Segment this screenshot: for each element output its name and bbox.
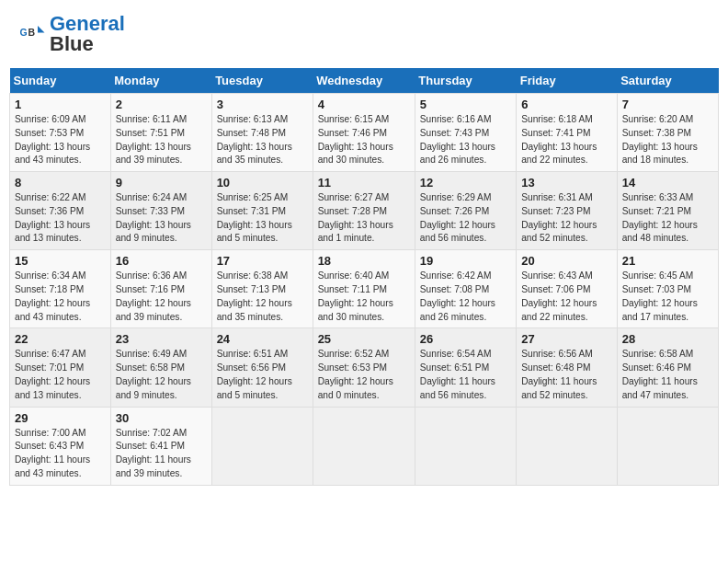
day-info: Sunrise: 6:38 AM Sunset: 7:13 PM Dayligh…	[217, 270, 308, 324]
day-number: 25	[318, 332, 410, 346]
day-info: Sunrise: 6:42 AM Sunset: 7:08 PM Dayligh…	[420, 270, 511, 324]
day-number: 8	[15, 176, 106, 190]
calendar-cell: 28 Sunrise: 6:58 AM Sunset: 6:46 PM Dayl…	[617, 328, 718, 407]
day-info: Sunrise: 6:13 AM Sunset: 7:48 PM Dayligh…	[217, 113, 308, 167]
day-number: 1	[15, 98, 106, 111]
calendar-cell: 4 Sunrise: 6:15 AM Sunset: 7:46 PM Dayli…	[313, 94, 415, 172]
day-info: Sunrise: 6:58 AM Sunset: 6:46 PM Dayligh…	[622, 348, 713, 402]
calendar-week-row: 22 Sunrise: 6:47 AM Sunset: 7:01 PM Dayl…	[10, 328, 719, 407]
calendar-cell	[517, 407, 618, 485]
calendar-cell: 15 Sunrise: 6:34 AM Sunset: 7:18 PM Dayl…	[10, 250, 111, 328]
col-monday: Monday	[110, 68, 211, 94]
calendar-cell: 20 Sunrise: 6:43 AM Sunset: 7:06 PM Dayl…	[517, 250, 618, 328]
day-info: Sunrise: 6:11 AM Sunset: 7:51 PM Dayligh…	[116, 113, 207, 167]
calendar-week-row: 1 Sunrise: 6:09 AM Sunset: 7:53 PM Dayli…	[10, 94, 719, 172]
day-info: Sunrise: 6:20 AM Sunset: 7:38 PM Dayligh…	[622, 113, 713, 167]
col-thursday: Thursday	[415, 68, 516, 94]
day-info: Sunrise: 6:24 AM Sunset: 7:33 PM Dayligh…	[116, 191, 207, 246]
day-number: 15	[15, 254, 106, 268]
calendar-cell: 2 Sunrise: 6:11 AM Sunset: 7:51 PM Dayli…	[110, 94, 211, 172]
calendar-week-row: 8 Sunrise: 6:22 AM Sunset: 7:36 PM Dayli…	[10, 172, 719, 250]
day-info: Sunrise: 6:47 AM Sunset: 7:01 PM Dayligh…	[15, 348, 106, 402]
calendar-cell: 24 Sunrise: 6:51 AM Sunset: 6:56 PM Dayl…	[211, 328, 313, 407]
col-saturday: Saturday	[617, 68, 718, 94]
calendar-table: Sunday Monday Tuesday Wednesday Thursday…	[9, 68, 719, 486]
calendar-cell: 22 Sunrise: 6:47 AM Sunset: 7:01 PM Dayl…	[10, 328, 111, 407]
col-sunday: Sunday	[10, 68, 111, 94]
calendar-week-row: 15 Sunrise: 6:34 AM Sunset: 7:18 PM Dayl…	[10, 250, 719, 328]
calendar-cell: 7 Sunrise: 6:20 AM Sunset: 7:38 PM Dayli…	[617, 94, 718, 172]
day-number: 7	[622, 98, 713, 111]
day-number: 13	[521, 176, 612, 190]
calendar-cell: 17 Sunrise: 6:38 AM Sunset: 7:13 PM Dayl…	[211, 250, 313, 328]
day-info: Sunrise: 6:54 AM Sunset: 6:51 PM Dayligh…	[420, 348, 511, 402]
day-number: 12	[420, 176, 511, 190]
day-number: 23	[116, 332, 207, 346]
calendar-cell: 14 Sunrise: 6:33 AM Sunset: 7:21 PM Dayl…	[617, 172, 718, 250]
day-info: Sunrise: 6:31 AM Sunset: 7:23 PM Dayligh…	[521, 191, 612, 246]
calendar-cell: 23 Sunrise: 6:49 AM Sunset: 6:58 PM Dayl…	[110, 328, 211, 407]
col-wednesday: Wednesday	[313, 68, 415, 94]
calendar-cell: 29 Sunrise: 7:00 AM Sunset: 6:43 PM Dayl…	[10, 407, 111, 485]
day-number: 10	[217, 176, 308, 190]
day-number: 24	[217, 332, 308, 346]
day-info: Sunrise: 6:18 AM Sunset: 7:41 PM Dayligh…	[521, 113, 612, 167]
day-info: Sunrise: 7:00 AM Sunset: 6:43 PM Dayligh…	[15, 427, 106, 481]
day-info: Sunrise: 6:27 AM Sunset: 7:28 PM Dayligh…	[318, 191, 410, 246]
calendar-cell: 16 Sunrise: 6:36 AM Sunset: 7:16 PM Dayl…	[110, 250, 211, 328]
day-number: 14	[622, 176, 713, 190]
calendar-cell: 30 Sunrise: 7:02 AM Sunset: 6:41 PM Dayl…	[110, 407, 211, 485]
calendar-cell: 8 Sunrise: 6:22 AM Sunset: 7:36 PM Dayli…	[10, 172, 111, 250]
svg-text:G: G	[20, 27, 28, 38]
calendar-cell: 13 Sunrise: 6:31 AM Sunset: 7:23 PM Dayl…	[517, 172, 618, 250]
day-info: Sunrise: 6:25 AM Sunset: 7:31 PM Dayligh…	[217, 191, 308, 246]
calendar-cell: 10 Sunrise: 6:25 AM Sunset: 7:31 PM Dayl…	[211, 172, 313, 250]
day-info: Sunrise: 6:40 AM Sunset: 7:11 PM Dayligh…	[318, 270, 410, 324]
day-info: Sunrise: 6:33 AM Sunset: 7:21 PM Dayligh…	[622, 191, 713, 246]
day-info: Sunrise: 6:43 AM Sunset: 7:06 PM Dayligh…	[521, 270, 612, 324]
calendar-cell: 12 Sunrise: 6:29 AM Sunset: 7:26 PM Dayl…	[415, 172, 516, 250]
page-header: G B GeneralBlue	[9, 9, 719, 59]
day-number: 5	[420, 98, 511, 111]
calendar-cell: 26 Sunrise: 6:54 AM Sunset: 6:51 PM Dayl…	[415, 328, 516, 407]
calendar-cell	[211, 407, 313, 485]
calendar-week-row: 29 Sunrise: 7:00 AM Sunset: 6:43 PM Dayl…	[10, 407, 719, 485]
calendar-cell	[617, 407, 718, 485]
day-info: Sunrise: 6:16 AM Sunset: 7:43 PM Dayligh…	[420, 113, 511, 167]
day-info: Sunrise: 6:15 AM Sunset: 7:46 PM Dayligh…	[318, 113, 410, 167]
day-number: 22	[15, 332, 106, 346]
day-info: Sunrise: 6:29 AM Sunset: 7:26 PM Dayligh…	[420, 191, 511, 246]
day-number: 16	[116, 254, 207, 268]
day-number: 20	[521, 254, 612, 268]
day-number: 28	[622, 332, 713, 346]
day-number: 19	[420, 254, 511, 268]
day-number: 26	[420, 332, 511, 346]
day-info: Sunrise: 6:49 AM Sunset: 6:58 PM Dayligh…	[116, 348, 207, 402]
day-info: Sunrise: 6:36 AM Sunset: 7:16 PM Dayligh…	[116, 270, 207, 324]
day-info: Sunrise: 6:09 AM Sunset: 7:53 PM Dayligh…	[15, 113, 106, 167]
day-info: Sunrise: 6:51 AM Sunset: 6:56 PM Dayligh…	[217, 348, 308, 402]
calendar-header-row: Sunday Monday Tuesday Wednesday Thursday…	[10, 68, 719, 94]
calendar-cell: 21 Sunrise: 6:45 AM Sunset: 7:03 PM Dayl…	[617, 250, 718, 328]
calendar-cell	[313, 407, 415, 485]
day-number: 3	[217, 98, 308, 111]
day-number: 6	[521, 98, 612, 111]
calendar-cell: 9 Sunrise: 6:24 AM Sunset: 7:33 PM Dayli…	[110, 172, 211, 250]
logo-icon: G B	[18, 20, 46, 48]
day-number: 17	[217, 254, 308, 268]
day-number: 9	[116, 176, 207, 190]
calendar-cell	[415, 407, 516, 485]
calendar-cell: 27 Sunrise: 6:56 AM Sunset: 6:48 PM Dayl…	[517, 328, 618, 407]
day-info: Sunrise: 7:02 AM Sunset: 6:41 PM Dayligh…	[116, 427, 207, 481]
day-number: 11	[318, 176, 410, 190]
calendar-cell: 5 Sunrise: 6:16 AM Sunset: 7:43 PM Dayli…	[415, 94, 516, 172]
col-tuesday: Tuesday	[211, 68, 313, 94]
day-number: 30	[116, 411, 207, 425]
day-number: 2	[116, 98, 207, 111]
day-info: Sunrise: 6:52 AM Sunset: 6:53 PM Dayligh…	[318, 348, 410, 402]
svg-marker-2	[38, 26, 45, 33]
day-info: Sunrise: 6:34 AM Sunset: 7:18 PM Dayligh…	[15, 270, 106, 324]
day-number: 4	[318, 98, 410, 111]
calendar-cell: 1 Sunrise: 6:09 AM Sunset: 7:53 PM Dayli…	[10, 94, 111, 172]
calendar-cell: 18 Sunrise: 6:40 AM Sunset: 7:11 PM Dayl…	[313, 250, 415, 328]
